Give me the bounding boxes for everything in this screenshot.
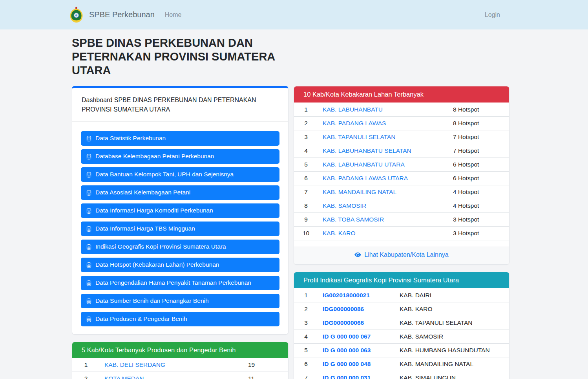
- data-menu-button[interactable]: Data Sumber Benih dan Penangkar Benih: [81, 294, 279, 308]
- ig-registration-link[interactable]: IG002018000021: [323, 292, 370, 298]
- kabupaten-link[interactable]: KAB. MANDAILING NATAL: [323, 189, 396, 195]
- data-menu-button[interactable]: Data Hotspot (Kebakaran Lahan) Perkebuna…: [81, 258, 279, 272]
- row-number: 8: [294, 199, 318, 212]
- data-menu-button[interactable]: Database Kelembagaan Petani Perkebunan: [81, 149, 279, 164]
- table-row: 7 ID G 000 000 031 KAB. SIMALUNGUN: [294, 371, 509, 379]
- row-number: 9: [294, 212, 318, 226]
- row-number: 1: [72, 358, 100, 372]
- kabupaten-link[interactable]: KAB. TAPANULI SELATAN: [323, 134, 396, 140]
- data-menu-button-label: Data Bantuan Kelompok Tani, UPH dan Seje…: [95, 171, 234, 178]
- hotspot-count: 8 Hotspot: [448, 103, 509, 116]
- kabupaten-link[interactable]: KAB. LABUHANBATU UTARA: [323, 161, 405, 168]
- hotspot-table: 1 KAB. LABUHANBATU 8 Hotspot 2 KAB. PADA…: [294, 103, 509, 240]
- table-row: 5 KAB. LABUHANBATU UTARA 6 Hotspot: [294, 157, 509, 171]
- database-icon: [86, 298, 92, 304]
- row-number: 7: [294, 371, 318, 379]
- benih-card: 5 Kab/Kota Terbanyak Produsen dan Penged…: [72, 342, 289, 379]
- see-other-kabupaten-label: Lihat Kabupaten/Kota Lainnya: [364, 251, 448, 258]
- database-icon: [86, 154, 92, 159]
- data-menu-button[interactable]: Data Bantuan Kelompok Tani, UPH dan Seje…: [81, 167, 279, 182]
- kabupaten-name: KAB. KARO: [395, 302, 509, 316]
- row-number: 6: [294, 357, 318, 371]
- database-icon: [86, 208, 92, 214]
- table-row: 8 KAB. SAMOSIR 4 Hotspot: [294, 199, 509, 212]
- ig-registration-link[interactable]: IDG000000066: [323, 319, 364, 326]
- dashboard-button-list: Data Statistik Perkebunan Database Kelem…: [72, 122, 288, 334]
- data-menu-button-label: Indikasi Geografis Kopi Provinsi Sumater…: [95, 243, 226, 250]
- dashboard-card-header: Dashboard SPBE DINAS PERKEBUNAN DAN PETE…: [72, 88, 288, 121]
- database-icon: [86, 316, 92, 322]
- kabupaten-link[interactable]: KAB. TOBA SAMOSIR: [323, 216, 384, 223]
- page-title: SPBE DINAS PERKEBUNAN DAN PETERNAKAN PRO…: [72, 36, 286, 77]
- table-row: 3 KAB. TAPANULI SELATAN 7 Hotspot: [294, 130, 509, 144]
- data-menu-button-label: Data Produsen & Pengedar Benih: [95, 315, 187, 322]
- kabupaten-name: KAB. SAMOSIR: [395, 330, 509, 343]
- nav-home-link[interactable]: Home: [165, 11, 182, 18]
- table-row: 5 ID G 000 000 063 KAB. HUMBANG HASUNDUT…: [294, 343, 509, 357]
- kabupaten-name: KAB. DAIRI: [395, 288, 509, 302]
- data-menu-button[interactable]: Data Statistik Perkebunan: [81, 131, 279, 146]
- row-number: 6: [294, 171, 318, 185]
- hotspot-count: 7 Hotspot: [448, 144, 509, 157]
- data-menu-button[interactable]: Data Asosiasi Kelembagaan Petani: [81, 185, 279, 200]
- data-menu-button[interactable]: Data Informasi Harga TBS Mingguan: [81, 222, 279, 236]
- kabupaten-link[interactable]: KOTA MEDAN: [104, 375, 144, 379]
- hotspot-card-header: 10 Kab/Kota Kebakaran Lahan Terbanyak: [294, 86, 509, 103]
- database-icon: [86, 226, 92, 232]
- row-number: 4: [294, 144, 318, 157]
- kabupaten-link[interactable]: KAB. LABUHANBATU SELATAN: [323, 147, 411, 154]
- database-icon: [86, 244, 92, 250]
- data-menu-button-label: Data Statistik Perkebunan: [95, 135, 166, 142]
- data-menu-button-label: Data Informasi Harga Komoditi Perkebunan: [95, 207, 213, 214]
- data-menu-button-label: Data Hotspot (Kebakaran Lahan) Perkebuna…: [95, 261, 219, 268]
- hotspot-count: 4 Hotspot: [448, 185, 509, 199]
- data-menu-button[interactable]: Data Informasi Harga Komoditi Perkebunan: [81, 203, 279, 218]
- database-icon: [86, 135, 92, 141]
- nav-login-link[interactable]: Login: [485, 11, 500, 18]
- ig-registration-link[interactable]: ID G 000 000 063: [323, 347, 371, 353]
- kabupaten-name: KAB. HUMBANG HASUNDUTAN: [395, 343, 509, 357]
- row-number: 2: [294, 302, 318, 316]
- database-icon: [86, 262, 92, 268]
- kabupaten-link[interactable]: KAB. PADANG LAWAS UTARA: [323, 175, 408, 181]
- producer-count: 19: [243, 358, 288, 372]
- table-row: 2 IDG000000086 KAB. KARO: [294, 302, 509, 316]
- database-icon: [86, 190, 92, 196]
- hotspot-count: 6 Hotspot: [448, 157, 509, 171]
- data-menu-button-label: Data Asosiasi Kelembagaan Petani: [95, 189, 190, 196]
- benih-table: 1 KAB. DELI SERDANG 19 2 KOTA MEDAN 11: [72, 358, 288, 379]
- data-menu-button-label: Data Pengendalian Hama Penyakit Tanaman …: [95, 279, 251, 286]
- provincial-emblem-logo: [68, 6, 85, 24]
- table-row: 1 IG002018000021 KAB. DAIRI: [294, 288, 509, 302]
- hotspot-count: 7 Hotspot: [448, 130, 509, 144]
- hotspot-count: 4 Hotspot: [448, 199, 509, 212]
- table-row: 6 ID G 000 000 048 KAB. MANDAILING NATAL: [294, 357, 509, 371]
- ig-registration-link[interactable]: ID G 000 000 067: [323, 333, 371, 340]
- row-number: 1: [294, 288, 318, 302]
- row-number: 5: [294, 157, 318, 171]
- data-menu-button[interactable]: Indikasi Geografis Kopi Provinsi Sumater…: [81, 240, 279, 254]
- row-number: 4: [294, 330, 318, 343]
- ig-registration-link[interactable]: IDG000000086: [323, 306, 364, 312]
- indikasi-geografis-card-header: Profil Indikasi Geografis Kopi Provinsi …: [294, 272, 509, 288]
- brand-link[interactable]: SPBE Perkebunan: [68, 6, 155, 24]
- kabupaten-link[interactable]: KAB. DELI SERDANG: [104, 361, 165, 368]
- kabupaten-link[interactable]: KAB. PADANG LAWAS: [323, 120, 386, 126]
- kabupaten-link[interactable]: KAB. KARO: [323, 230, 356, 236]
- kabupaten-link[interactable]: KAB. LABUHANBATU: [323, 106, 383, 113]
- data-menu-button[interactable]: Data Produsen & Pengedar Benih: [81, 312, 279, 326]
- table-row: 7 KAB. MANDAILING NATAL 4 Hotspot: [294, 185, 509, 199]
- data-menu-button[interactable]: Data Pengendalian Hama Penyakit Tanaman …: [81, 276, 279, 290]
- hotspot-count: 6 Hotspot: [448, 171, 509, 185]
- row-number: 10: [294, 226, 318, 240]
- table-row: 2 KAB. PADANG LAWAS 8 Hotspot: [294, 116, 509, 130]
- ig-registration-link[interactable]: ID G 000 000 048: [323, 361, 371, 367]
- dashboard-card: Dashboard SPBE DINAS PERKEBUNAN DAN PETE…: [72, 86, 289, 334]
- kabupaten-link[interactable]: KAB. SAMOSIR: [323, 202, 366, 209]
- table-row: 4 KAB. LABUHANBATU SELATAN 7 Hotspot: [294, 144, 509, 157]
- table-row: 6 KAB. PADANG LAWAS UTARA 6 Hotspot: [294, 171, 509, 185]
- table-row: 4 ID G 000 000 067 KAB. SAMOSIR: [294, 330, 509, 343]
- ig-registration-link[interactable]: ID G 000 000 031: [323, 374, 371, 379]
- see-other-kabupaten-link[interactable]: Lihat Kabupaten/Kota Lainnya: [354, 251, 448, 258]
- benih-card-header: 5 Kab/Kota Terbanyak Produsen dan Penged…: [72, 342, 288, 358]
